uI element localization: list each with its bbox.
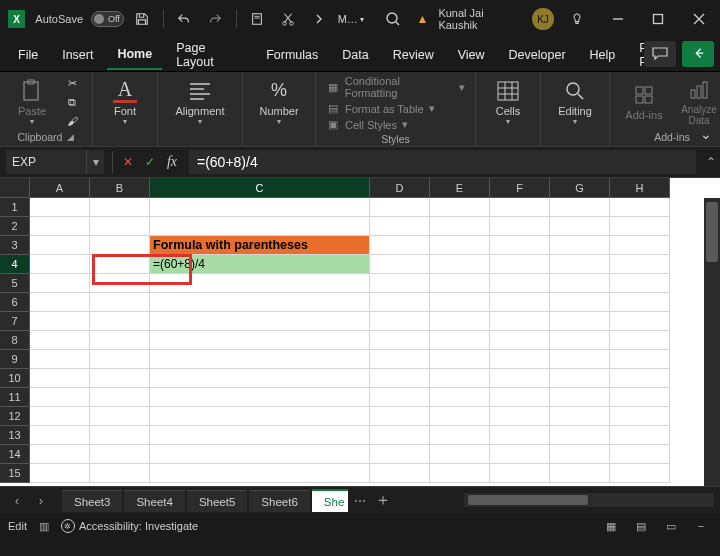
cut-icon[interactable] (276, 6, 301, 32)
formula-input[interactable]: =(60+8)/4 (189, 150, 696, 174)
cell[interactable] (430, 426, 490, 445)
cell[interactable] (610, 198, 670, 217)
cell[interactable] (150, 464, 370, 483)
cell[interactable] (550, 198, 610, 217)
cell[interactable] (370, 350, 430, 369)
cell[interactable] (490, 369, 550, 388)
cell[interactable] (90, 198, 150, 217)
cell[interactable] (490, 350, 550, 369)
cell[interactable] (550, 369, 610, 388)
cell[interactable] (550, 350, 610, 369)
cell[interactable] (370, 217, 430, 236)
ribbon-collapse-icon[interactable]: ⌄ (700, 126, 712, 142)
name-box[interactable]: EXP (6, 150, 86, 174)
cell[interactable] (30, 426, 90, 445)
minimize-button[interactable] (600, 0, 635, 38)
cell[interactable] (370, 274, 430, 293)
cell[interactable] (150, 293, 370, 312)
tab-insert[interactable]: Insert (52, 41, 103, 69)
cell[interactable] (90, 255, 150, 274)
cell[interactable] (430, 198, 490, 217)
cell[interactable] (30, 445, 90, 464)
row-header[interactable]: 5 (0, 274, 30, 293)
formula-cancel-icon[interactable]: ✕ (117, 151, 139, 173)
lightbulb-icon[interactable] (560, 0, 595, 38)
cell[interactable] (610, 464, 670, 483)
cell[interactable] (490, 198, 550, 217)
cell[interactable] (90, 464, 150, 483)
cell[interactable] (430, 464, 490, 483)
cell[interactable] (30, 331, 90, 350)
cell[interactable] (370, 293, 430, 312)
cell[interactable] (30, 388, 90, 407)
cell[interactable] (30, 217, 90, 236)
cell[interactable] (490, 236, 550, 255)
cell[interactable] (430, 407, 490, 426)
insert-function-icon[interactable]: fx (161, 151, 183, 173)
cell[interactable] (90, 388, 150, 407)
cell[interactable] (30, 198, 90, 217)
sheet-nav-prev-icon[interactable]: ‹ (6, 490, 28, 512)
cell[interactable] (490, 293, 550, 312)
cell[interactable] (430, 445, 490, 464)
search-icon[interactable] (376, 0, 411, 38)
select-all-corner[interactable] (0, 178, 30, 198)
column-header[interactable]: E (430, 178, 490, 198)
cell[interactable] (490, 255, 550, 274)
tab-formulas[interactable]: Formulas (256, 41, 328, 69)
font-button[interactable]: A Font ▾ (103, 79, 147, 126)
redo-icon[interactable] (203, 6, 228, 32)
cell[interactable] (610, 445, 670, 464)
row-header[interactable]: 1 (0, 198, 30, 217)
cell[interactable] (430, 236, 490, 255)
cell[interactable] (370, 255, 430, 274)
cell[interactable] (430, 217, 490, 236)
cell[interactable] (370, 236, 430, 255)
header-cell[interactable]: Formula with parentheses (150, 236, 370, 255)
row-header[interactable]: 3 (0, 236, 30, 255)
cell[interactable] (150, 445, 370, 464)
cell[interactable] (610, 407, 670, 426)
tab-view[interactable]: View (448, 41, 495, 69)
cell[interactable] (30, 464, 90, 483)
row-header[interactable]: 8 (0, 331, 30, 350)
tab-home[interactable]: Home (107, 40, 162, 70)
cell[interactable] (610, 293, 670, 312)
page-break-view-icon[interactable]: ▭ (660, 517, 682, 535)
stats-icon[interactable]: ▥ (39, 520, 49, 533)
cell[interactable] (550, 388, 610, 407)
column-header[interactable]: H (610, 178, 670, 198)
column-header[interactable]: F (490, 178, 550, 198)
cell[interactable] (150, 274, 370, 293)
cell[interactable] (30, 407, 90, 426)
new-sheet-button[interactable]: ＋ (372, 490, 394, 512)
cell[interactable] (90, 236, 150, 255)
paste-button[interactable]: Paste ▾ (10, 79, 54, 126)
cell[interactable] (150, 331, 370, 350)
format-as-table-button[interactable]: ▤Format as Table ▾ (326, 102, 465, 115)
cell[interactable] (90, 369, 150, 388)
tab-help[interactable]: Help (580, 41, 626, 69)
cell[interactable] (90, 445, 150, 464)
zoom-out-icon[interactable]: − (690, 517, 712, 535)
cell[interactable] (550, 217, 610, 236)
cell[interactable] (370, 464, 430, 483)
cell[interactable] (150, 350, 370, 369)
column-header[interactable]: A (30, 178, 90, 198)
analyze-data-button[interactable]: Analyze Data (674, 78, 720, 126)
cell[interactable] (150, 407, 370, 426)
row-header[interactable]: 14 (0, 445, 30, 464)
vertical-scrollbar[interactable] (704, 198, 720, 486)
comments-button[interactable] (644, 41, 676, 67)
dialog-launcher-icon[interactable]: ◢ (67, 132, 74, 142)
cell[interactable] (550, 407, 610, 426)
cell[interactable] (90, 312, 150, 331)
close-button[interactable] (681, 0, 716, 38)
cell[interactable] (150, 217, 370, 236)
cell[interactable] (490, 312, 550, 331)
filename-truncated[interactable]: M…▾ (338, 13, 364, 25)
chevron-right-icon[interactable] (307, 6, 332, 32)
cell[interactable] (550, 426, 610, 445)
normal-view-icon[interactable]: ▦ (600, 517, 622, 535)
cell[interactable] (430, 312, 490, 331)
